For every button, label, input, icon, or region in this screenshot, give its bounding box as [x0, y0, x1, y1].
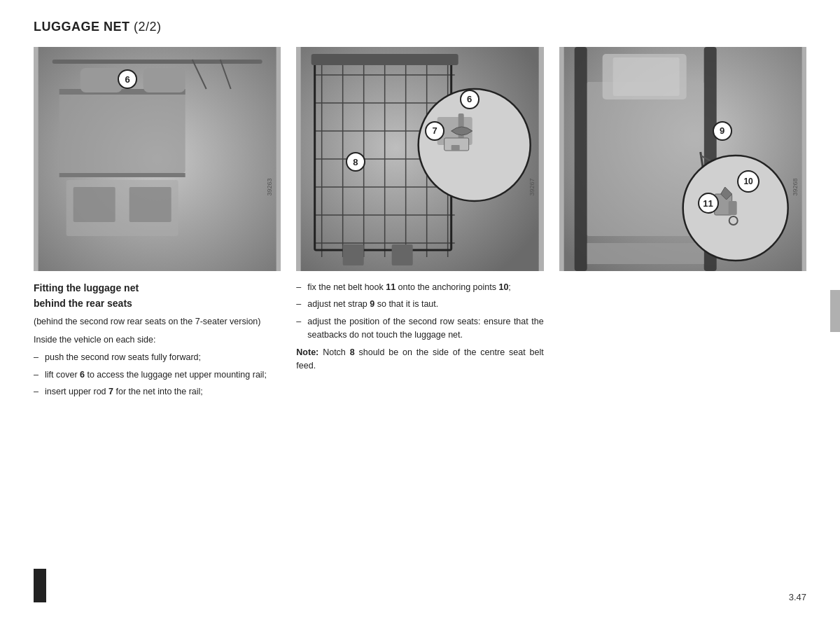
- list-item: adjust net strap 9 so that it is taut.: [296, 298, 543, 311]
- svg-text:39263: 39263: [266, 178, 273, 195]
- svg-rect-8: [144, 68, 186, 92]
- badge-6-img2: 6: [460, 90, 479, 109]
- svg-rect-43: [612, 57, 679, 96]
- badge-7-img2: 7: [425, 121, 444, 141]
- image-3: 39268 9 10 11: [559, 47, 806, 271]
- svg-rect-49: [728, 201, 736, 215]
- col2-list: fix the net belt hook 11 onto the anchor…: [296, 281, 543, 343]
- page-container: LUGGAGE NET (2/2): [0, 0, 840, 622]
- page-number: 3.47: [789, 592, 806, 602]
- col1-heading: Fitting the luggage net behind the rear …: [34, 281, 281, 311]
- svg-rect-7: [80, 68, 122, 92]
- badge-6-img1: 6: [118, 69, 137, 89]
- bottom-bar: [34, 569, 46, 602]
- image-2: 39267 7 6 8: [296, 47, 543, 271]
- title-text: LUGGAGE NET: [34, 20, 130, 34]
- svg-rect-3: [59, 173, 186, 177]
- svg-rect-6: [130, 187, 172, 222]
- list-item: adjust the position of the second row se…: [296, 315, 543, 343]
- col1-intro: Inside the vehicle on each side:: [34, 333, 281, 347]
- svg-text:39268: 39268: [791, 178, 798, 195]
- svg-rect-36: [451, 145, 460, 151]
- content-grid: 39263 6 Fitting the luggage net behind t…: [34, 47, 806, 402]
- col1-text: Fitting the luggage net behind the rear …: [34, 271, 281, 402]
- badge-10-img3: 10: [737, 170, 760, 193]
- svg-rect-9: [52, 60, 262, 64]
- svg-rect-29: [312, 54, 458, 65]
- badge-11-img3: 11: [698, 193, 719, 214]
- list-item: push the second row seats fully forward;: [34, 351, 281, 364]
- image-1: 39263 6: [34, 47, 281, 271]
- column-1: 39263 6 Fitting the luggage net behind t…: [34, 47, 281, 402]
- svg-rect-5: [74, 187, 115, 222]
- right-accent: [830, 290, 840, 332]
- svg-rect-44: [587, 243, 704, 264]
- col2-text: fix the net belt hook 11 onto the anchor…: [296, 271, 543, 377]
- image-3-svg: 39268: [559, 47, 806, 271]
- list-item: fix the net belt hook 11 onto the anchor…: [296, 281, 543, 294]
- col1-subheading: (behind the second row rear seats on the…: [34, 315, 281, 329]
- svg-text:39267: 39267: [528, 178, 536, 195]
- svg-rect-39: [574, 47, 587, 271]
- image-2-svg: 39267: [296, 47, 543, 271]
- column-2: 39267 7 6 8 fix the net belt hook 11 on: [296, 47, 543, 402]
- image-1-svg: 39263: [34, 47, 281, 271]
- list-item: insert upper rod 7 for the net into the …: [34, 385, 281, 399]
- svg-rect-31: [392, 244, 413, 265]
- col2-note: Note: Notch 8 should be on the side of t…: [296, 346, 543, 373]
- column-3: 39268 9 10 11: [559, 47, 806, 402]
- title-part2: (2/2): [130, 20, 162, 34]
- list-item: lift cover 6 to access the luggage net u…: [34, 368, 281, 382]
- col3-text: [559, 271, 806, 281]
- badge-9-img3: 9: [713, 121, 732, 141]
- svg-rect-1: [59, 89, 186, 173]
- col1-list: push the second row seats fully forward;…: [34, 351, 281, 399]
- svg-rect-30: [343, 244, 364, 265]
- page-title: LUGGAGE NET (2/2): [34, 20, 806, 34]
